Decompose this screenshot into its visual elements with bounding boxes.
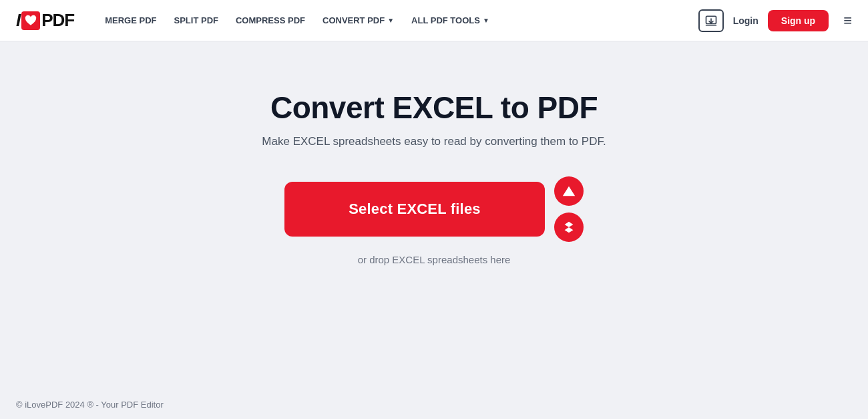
chevron-down-icon: ▼ [483,17,489,24]
upload-area: Select EXCEL files [284,176,584,242]
login-button[interactable]: Login [733,15,758,26]
google-drive-upload-button[interactable] [554,176,584,206]
nav-compress-pdf[interactable]: COMPRESS PDF [229,11,312,29]
drop-hint: or drop EXCEL spreadsheets here [358,254,511,265]
main-content: Convert EXCEL to PDF Make EXCEL spreadsh… [0,41,868,376]
select-files-button[interactable]: Select EXCEL files [284,182,545,237]
nav-all-tools[interactable]: ALL PDF TOOLS ▼ [405,11,496,29]
nav-split-pdf[interactable]: SPLIT PDF [168,11,225,29]
google-drive-icon [562,184,576,198]
chevron-down-icon: ▼ [387,17,394,24]
nav-convert-pdf[interactable]: CONVERT PDF ▼ [316,11,401,29]
logo-heart [21,11,40,30]
download-app-button[interactable] [698,9,724,32]
download-icon [705,15,717,27]
page-subtitle: Make EXCEL spreadsheets easy to read by … [262,135,606,148]
logo-i: I [16,10,20,31]
navbar: I PDF MERGE PDF SPLIT PDF COMPRESS PDF C… [0,0,868,41]
svg-marker-4 [565,222,574,233]
signup-button[interactable]: Sign up [768,10,829,31]
footer: © iLovePDF 2024 ® - Your PDF Editor [0,390,868,419]
nav-links: MERGE PDF SPLIT PDF COMPRESS PDF CONVERT… [98,11,698,29]
hamburger-menu-button[interactable]: ≡ [843,12,852,29]
svg-marker-3 [563,186,575,196]
cloud-upload-icons [554,176,584,242]
nav-convert-pdf-label: CONVERT PDF [322,15,385,25]
footer-text: © iLovePDF 2024 ® - Your PDF Editor [16,400,164,410]
nav-right: Login Sign up ≡ [698,9,852,32]
dropbox-upload-button[interactable] [554,213,584,242]
nav-merge-pdf[interactable]: MERGE PDF [98,11,163,29]
page-title: Convert EXCEL to PDF [270,90,598,126]
nav-all-tools-label: ALL PDF TOOLS [411,15,480,25]
dropbox-icon [562,220,576,235]
logo[interactable]: I PDF [16,10,74,31]
logo-pdf: PDF [41,10,74,31]
